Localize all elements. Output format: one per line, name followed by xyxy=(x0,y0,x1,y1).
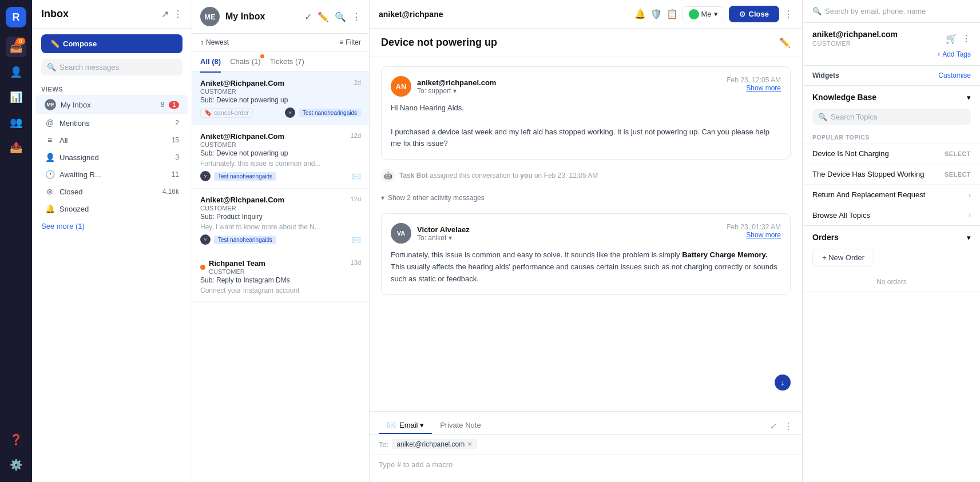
bubble-body: Fortunately, this issue is common and ea… xyxy=(391,249,781,285)
add-tags-button[interactable]: + Add Tags xyxy=(812,47,971,58)
sidebar-item-closed[interactable]: ⊗ Closed 4.16k xyxy=(35,183,188,200)
to-email: aniket@richpanel.com xyxy=(396,440,465,448)
conversation-header: aniket@richpane 🔔 🛡️ 📋 Me ▾ ⊙ Close ⋮ xyxy=(370,0,802,29)
nav-item-inbox[interactable]: 📥 8 xyxy=(6,37,26,57)
widgets-label: Widgets xyxy=(812,71,839,79)
composer-body[interactable]: Type # to add a macro xyxy=(370,455,802,482)
kb-search[interactable]: 🔍 Search Topics xyxy=(812,109,971,125)
msg-time: 2d xyxy=(354,79,361,86)
shield-icon[interactable]: 🛡️ xyxy=(650,9,662,19)
to-label: To: xyxy=(379,440,388,449)
kb-title: Knowledge Base xyxy=(812,93,876,102)
mentions-icon: @ xyxy=(45,118,55,128)
msg-subject: Sub: Device not powering up xyxy=(200,149,361,157)
expand-icon[interactable]: ⤢ xyxy=(770,421,777,431)
kb-header[interactable]: Knowledge Base ▾ xyxy=(803,86,980,109)
msg-sender: Aniket@Richpanel.Com xyxy=(200,79,284,87)
composer-tab-email[interactable]: ✉️ Email ▾ xyxy=(379,417,432,434)
check-icon[interactable]: ✓ xyxy=(304,11,312,22)
my-inbox-avatar: ME xyxy=(45,99,56,110)
msg-item-header: Richpanel Team CUSTOMER 13d xyxy=(200,259,361,275)
msg-preview: Fortunately, this issue is common and... xyxy=(200,160,361,168)
remove-recipient-button[interactable]: ✕ xyxy=(467,440,473,448)
filter-button[interactable]: ≡ Filter xyxy=(339,38,361,46)
more-options-icon[interactable]: ⋮ xyxy=(173,9,182,19)
sidebar-item-my-inbox[interactable]: ME My Inbox 8 1 xyxy=(35,95,188,114)
nav-item-campaigns[interactable]: 📤 xyxy=(6,137,26,158)
topic-item-browse[interactable]: Browse All Topics › xyxy=(803,205,980,225)
bubble-to: To: aniket ▾ xyxy=(417,234,470,242)
arrow-down-icon: ↓ xyxy=(781,378,785,387)
nav-item-analytics[interactable]: 📊 xyxy=(6,87,26,107)
cart-icon[interactable]: 🛒 xyxy=(946,33,957,44)
settings-icon: ⚙️ xyxy=(10,459,22,471)
message-item[interactable]: Aniket@Richpanel.Com CUSTOMER 12d Sub: D… xyxy=(192,125,369,189)
nav-item-contacts[interactable]: 👤 xyxy=(6,62,26,82)
topic-name: Return And Replacement Request xyxy=(812,190,969,199)
msg-sender: Aniket@Richpanel.Com xyxy=(200,132,284,141)
show-more-button[interactable]: Show more xyxy=(727,231,781,239)
msg-preview: Connect your Instagram account xyxy=(200,286,361,294)
message-item[interactable]: Aniket@Richpanel.Com CUSTOMER 12d Sub: P… xyxy=(192,189,369,252)
more-icon[interactable]: ⋮ xyxy=(352,11,361,22)
show-more-button[interactable]: Show more xyxy=(727,84,781,92)
sidebar-item-snoozed[interactable]: 🔔 Snoozed xyxy=(35,200,188,217)
composer-tab-private-note[interactable]: Private Note xyxy=(432,417,489,434)
compose-mini-icon[interactable]: ✏️ xyxy=(318,11,329,22)
my-inbox-badge: 1 xyxy=(169,101,179,109)
tab-email-label: Email ▾ xyxy=(399,421,424,429)
msg-footer: Y Test nanohearingaids ✉️ xyxy=(200,171,361,181)
my-inbox-count: 8 xyxy=(161,101,165,109)
sidebar-item-all[interactable]: ≡ All 15 xyxy=(35,132,188,149)
sort-button[interactable]: ↕ Newest xyxy=(200,38,229,46)
chevron-down-icon: ▾ xyxy=(967,233,971,242)
msg-footer-left: 🔖 cancel-order xyxy=(200,108,253,118)
message-item[interactable]: Aniket@Richpanel.Com CUSTOMER 2d Sub: De… xyxy=(192,72,369,125)
search-mini-icon[interactable]: 🔍 xyxy=(335,11,346,22)
search-placeholder: Search messages xyxy=(59,63,119,71)
edit-icon[interactable]: ✏️ xyxy=(779,37,791,48)
compose-button[interactable]: ✏️ Compose xyxy=(41,34,182,53)
msg-item-header: Aniket@Richpanel.Com CUSTOMER 12d xyxy=(200,196,361,212)
message-item[interactable]: Richpanel Team CUSTOMER 13d Sub: Reply t… xyxy=(192,252,369,302)
nav-item-settings[interactable]: ⚙️ xyxy=(6,455,26,475)
more-icon[interactable]: ⋮ xyxy=(784,9,793,19)
tab-tickets[interactable]: Tickets (7) xyxy=(270,56,304,67)
topic-item-return[interactable]: Return And Replacement Request › xyxy=(803,184,980,205)
see-more-button[interactable]: See more (1) xyxy=(32,217,192,235)
topic-name: The Device Has Stopped Working xyxy=(812,170,945,178)
note-icon[interactable]: 📋 xyxy=(666,9,678,19)
sidebar-item-unassigned[interactable]: 👤 Unassigned 3 xyxy=(35,149,188,166)
alarm-icon[interactable]: 🔔 xyxy=(634,9,646,19)
topic-select-button[interactable]: SELECT xyxy=(945,171,971,178)
show-activity-button[interactable]: ▾ Show 2 other activity messages xyxy=(381,192,791,204)
topic-item-stopped[interactable]: The Device Has Stopped Working SELECT xyxy=(803,164,980,184)
scroll-down-button[interactable]: ↓ xyxy=(775,375,791,391)
expand-icon[interactable]: ↗ xyxy=(161,9,169,19)
orders-header[interactable]: Orders ▾ xyxy=(803,226,980,249)
topic-select-button[interactable]: SELECT xyxy=(945,150,971,157)
sidebar-item-awaiting[interactable]: 🕐 Awaiting R... 11 xyxy=(35,166,188,183)
closed-icon: ⊗ xyxy=(45,187,55,196)
customer-search[interactable]: 🔍 Search by email, phone, name xyxy=(803,0,980,23)
customise-link[interactable]: Customise xyxy=(938,71,971,79)
sidebar-item-label-awaiting: Awaiting R... xyxy=(59,170,167,179)
close-button[interactable]: ⊙ Close xyxy=(729,6,779,22)
sidebar-item-mentions[interactable]: @ Mentions 2 xyxy=(35,114,188,132)
nav-item-help[interactable]: ❓ xyxy=(6,429,26,450)
new-order-button[interactable]: + New Order xyxy=(812,249,874,266)
assign-dropdown[interactable]: Me ▾ xyxy=(683,6,724,22)
bubble-time: Feb 23, 01:32 AM xyxy=(727,223,781,231)
kb-search-placeholder: Search Topics xyxy=(831,113,877,121)
conv-subject: Device not powering up xyxy=(381,37,497,49)
topic-item-charging[interactable]: Device Is Not Charging SELECT xyxy=(803,143,980,164)
nav-item-team[interactable]: 👥 xyxy=(6,112,26,133)
more-options-icon[interactable]: ⋮ xyxy=(784,421,793,431)
activity-text: Task Bot assigned this conversation to y… xyxy=(399,172,598,180)
sort-icon: ↕ xyxy=(200,38,204,46)
search-messages-box[interactable]: 🔍 Search messages xyxy=(41,59,182,75)
tab-chats[interactable]: Chats (1) xyxy=(230,56,260,67)
tab-all[interactable]: All (8) xyxy=(200,56,221,67)
sort-filter-row: ↕ Newest ≡ Filter xyxy=(192,34,369,51)
more-icon[interactable]: ⋮ xyxy=(962,33,971,44)
